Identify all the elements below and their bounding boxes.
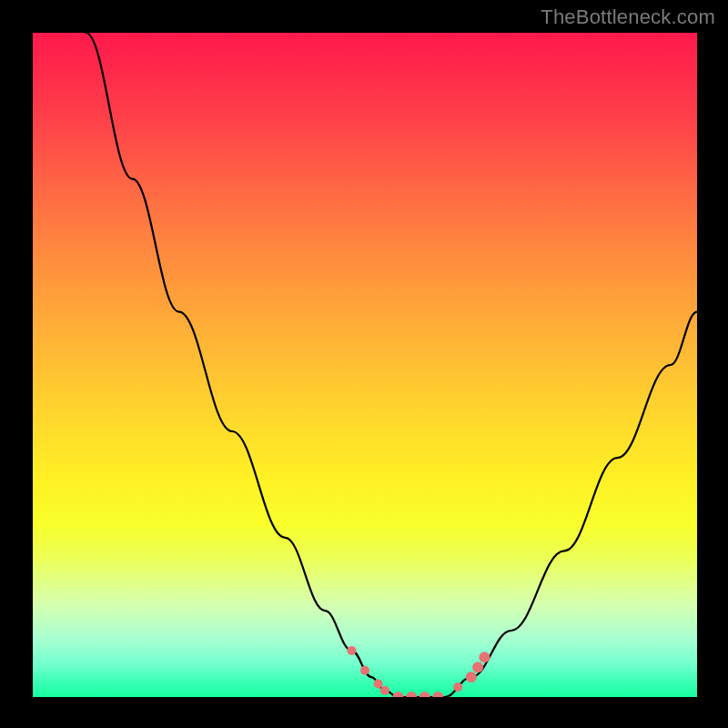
chart-gradient-background xyxy=(33,33,697,697)
chart-frame: TheBottleneck.com xyxy=(0,0,728,728)
watermark-text: TheBottleneck.com xyxy=(541,5,715,29)
